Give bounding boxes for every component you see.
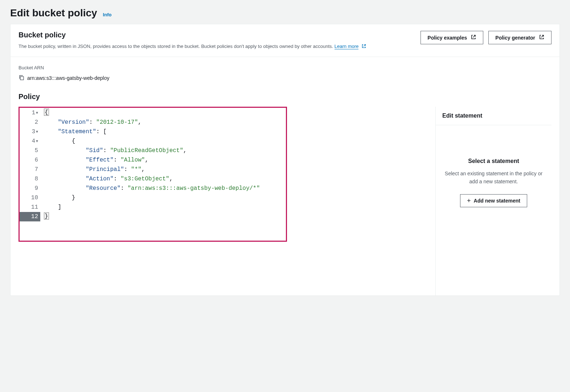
info-link[interactable]: Info — [103, 12, 112, 17]
line-number: 5 — [19, 146, 40, 155]
panel-title: Bucket policy — [19, 31, 421, 39]
line-number: 3▼ — [19, 127, 40, 136]
policy-heading: Policy — [19, 93, 551, 101]
add-new-statement-label: Add new statement — [474, 198, 520, 204]
fold-caret-icon[interactable]: ▼ — [36, 127, 38, 137]
line-number: 11 — [19, 203, 40, 212]
plus-icon: + — [467, 197, 471, 204]
bucket-arn-label: Bucket ARN — [19, 65, 551, 70]
page-title: Edit bucket policy — [10, 7, 97, 19]
line-number: 10 — [19, 193, 40, 203]
policy-generator-button[interactable]: Policy generator — [488, 31, 551, 44]
external-link-icon — [471, 34, 476, 41]
external-link-icon — [360, 44, 366, 49]
select-statement-description: Select an existing statement in the poli… — [442, 170, 545, 186]
code-line[interactable]: { — [44, 136, 431, 146]
line-number: 7 — [19, 165, 40, 174]
bucket-policy-panel: Bucket policy The bucket policy, written… — [10, 24, 560, 296]
policy-examples-label: Policy examples — [427, 35, 467, 41]
cursor-position: } — [44, 212, 49, 220]
code-line[interactable]: } — [44, 212, 431, 221]
select-statement-title: Select a statement — [442, 158, 545, 164]
line-number: 12 — [19, 212, 40, 221]
line-number: 6 — [19, 155, 40, 165]
fold-caret-icon[interactable]: ▼ — [36, 109, 38, 118]
edit-statement-panel: Edit statement Select a statement Select… — [435, 107, 551, 295]
panel-description-text: The bucket policy, written in JSON, prov… — [19, 44, 335, 49]
cursor-position: { — [44, 109, 49, 116]
line-number: 8 — [19, 174, 40, 184]
code-line[interactable]: "Action": "s3:GetObject", — [44, 174, 431, 184]
fold-caret-icon[interactable]: ▼ — [36, 137, 38, 146]
code-line[interactable]: "Effect": "Allow", — [44, 155, 431, 165]
code-line[interactable]: "Sid": "PublicReadGetObject", — [44, 146, 431, 155]
line-number: 2 — [19, 118, 40, 127]
svg-rect-0 — [20, 77, 24, 80]
code-line[interactable]: ] — [44, 203, 431, 212]
learn-more-link[interactable]: Learn more — [335, 44, 358, 49]
code-line[interactable]: "Statement": [ — [44, 127, 431, 136]
code-line[interactable]: "Principal": "*", — [44, 165, 431, 174]
copy-icon[interactable] — [19, 75, 24, 82]
policy-examples-button[interactable]: Policy examples — [421, 31, 483, 44]
line-number: 9 — [19, 184, 40, 193]
panel-description: The bucket policy, written in JSON, prov… — [19, 43, 421, 50]
code-line[interactable]: } — [44, 193, 431, 203]
line-number: 1▼ — [19, 108, 40, 118]
line-number: 4▼ — [19, 136, 40, 146]
code-line[interactable]: { — [44, 108, 431, 118]
bucket-arn-value: arn:aws:s3:::aws-gatsby-web-deploy — [27, 75, 109, 81]
policy-generator-label: Policy generator — [495, 35, 535, 41]
code-line[interactable]: "Version": "2012-10-17", — [44, 118, 431, 127]
external-link-icon — [539, 34, 545, 41]
add-new-statement-button[interactable]: + Add new statement — [460, 194, 527, 207]
code-line[interactable]: "Resource": "arn:aws:s3:::aws-gatsby-web… — [44, 184, 431, 193]
edit-statement-header: Edit statement — [436, 107, 551, 125]
policy-editor[interactable]: 1▼23▼4▼56789101112{ "Version": "2012-10-… — [19, 107, 431, 295]
